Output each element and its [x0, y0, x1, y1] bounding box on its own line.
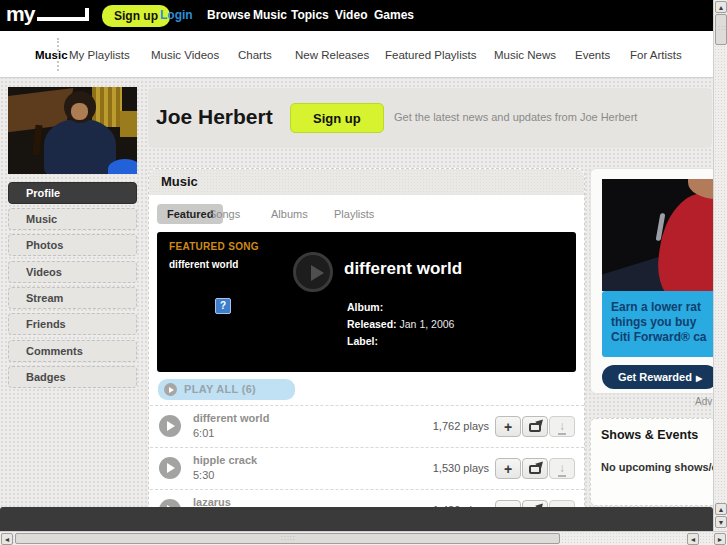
released-meta: Released: Jan 1, 2006: [347, 318, 454, 330]
song-duration: 5:30: [193, 469, 214, 481]
song-play-button[interactable]: [159, 457, 181, 479]
ad-line-2: things you buy: [611, 315, 727, 330]
photo-table-leg-shape: [32, 125, 42, 156]
sidebar-item-music[interactable]: Music: [8, 208, 137, 230]
tab-albums[interactable]: Albums: [271, 204, 308, 224]
music-section-title: Music: [161, 169, 584, 195]
subnav-music-videos[interactable]: Music Videos: [151, 49, 219, 61]
play-triangle-icon: [167, 463, 175, 473]
share-song-button[interactable]: [522, 416, 548, 437]
subnav-new-releases[interactable]: New Releases: [295, 49, 369, 61]
sidebar-item-photos[interactable]: Photos: [8, 234, 137, 256]
scroll-right-button[interactable]: ►: [714, 533, 726, 545]
song-play-button[interactable]: [159, 415, 181, 437]
subnav-music-news[interactable]: Music News: [494, 49, 556, 61]
ad-line-3: Citi Forward® ca: [611, 330, 727, 345]
add-song-button[interactable]: +: [495, 416, 521, 437]
ad-line-1: Earn a lower rat: [611, 300, 727, 315]
play-all-label: PLAY ALL (6): [184, 383, 256, 395]
song-title[interactable]: hipple crack: [193, 454, 257, 466]
sidebar-item-comments[interactable]: Comments: [8, 340, 137, 362]
subnav-divider: [57, 38, 59, 71]
login-link[interactable]: Login: [160, 0, 193, 31]
download-icon: ↓: [558, 462, 566, 477]
photo-blue-object-shape: [108, 159, 137, 174]
sidebar-item-stream[interactable]: Stream: [8, 287, 137, 309]
music-section: Music Featured Songs Albums Playlists FE…: [148, 168, 585, 545]
get-rewarded-button[interactable]: Get Rewarded▶: [602, 365, 718, 389]
scroll-down-button[interactable]: ▼: [715, 516, 727, 528]
play-all-button[interactable]: PLAY ALL (6): [158, 379, 295, 400]
subnav-charts[interactable]: Charts: [238, 49, 272, 61]
subnav-music[interactable]: Music: [35, 49, 68, 61]
download-icon: ↓: [558, 420, 566, 435]
myspace-logo[interactable]: my: [6, 2, 89, 26]
topnav-music[interactable]: Music: [253, 0, 287, 31]
horizontal-scrollbar[interactable]: ◄ ::::: ◄ ►: [0, 531, 727, 545]
sidebar-item-profile[interactable]: Profile: [8, 182, 137, 204]
released-label: Released:: [347, 318, 397, 330]
sidebar-item-videos[interactable]: Videos: [8, 261, 137, 283]
song-row: hipple crack 5:30 1,530 plays + ↓: [150, 447, 584, 489]
music-player-bar[interactable]: [0, 507, 713, 531]
scroll-up-button[interactable]: ▲: [715, 1, 727, 13]
advertisement-label: Adv: [695, 396, 712, 407]
topnav-topics[interactable]: Topics: [291, 0, 329, 31]
logo-underline-icon: [37, 8, 89, 21]
myspace-music-page: my Sign up Login Browse Music Topics Vid…: [0, 0, 727, 545]
share-song-button[interactable]: [522, 458, 548, 479]
label-label: Label:: [347, 335, 378, 347]
shows-events-card: Shows & Events No upcoming shows/e: [590, 418, 727, 506]
subnav-for-artists[interactable]: For Artists: [630, 49, 682, 61]
song-title[interactable]: different world: [193, 412, 269, 424]
subnav-my-playlists[interactable]: My Playlists: [69, 49, 130, 61]
top-navbar: my Sign up Login Browse Music Topics Vid…: [0, 0, 727, 31]
scroll-up-button-bottom[interactable]: ▲: [715, 503, 727, 515]
tab-songs[interactable]: Songs: [209, 204, 240, 224]
ad-image[interactable]: [602, 179, 727, 291]
song-duration: 6:01: [193, 427, 214, 439]
tab-playlists[interactable]: Playlists: [334, 204, 374, 224]
download-song-button[interactable]: ↓: [549, 416, 575, 437]
profile-tagline: Get the latest news and updates from Joe…: [394, 88, 637, 146]
label-meta: Label:: [347, 335, 378, 347]
add-song-button[interactable]: +: [495, 458, 521, 479]
song-play-count: 1,530 plays: [433, 462, 489, 474]
photo-face-shape: [71, 103, 88, 120]
photo-person-shape: [44, 119, 116, 174]
featured-song-kicker: FEATURED SONG: [169, 241, 259, 252]
header-signup-button[interactable]: Sign up: [290, 103, 384, 133]
horizontal-scroll-thumb[interactable]: :::::: [15, 533, 560, 544]
scroll-left-button-right[interactable]: ◄: [687, 533, 699, 545]
topnav-video[interactable]: Video: [335, 0, 367, 31]
photo-chair2-shape: [120, 111, 137, 137]
missing-artwork-icon: ?: [215, 298, 231, 314]
logo-text: my: [6, 2, 34, 25]
profile-header: Joe Herbert Sign up Get the latest news …: [148, 88, 712, 148]
vertical-scrollbar[interactable]: ▲ :::: ▲ ▼: [713, 0, 727, 531]
scroll-left-button[interactable]: ◄: [1, 533, 13, 545]
subnav-featured-playlists[interactable]: Featured Playlists: [385, 49, 476, 61]
song-play-count: 1,762 plays: [433, 420, 489, 432]
download-song-button[interactable]: ↓: [549, 458, 575, 479]
play-triangle-icon: [167, 421, 175, 431]
topnav-games[interactable]: Games: [374, 0, 414, 31]
subnav-events[interactable]: Events: [575, 49, 610, 61]
sidebar-item-friends[interactable]: Friends: [8, 313, 137, 335]
play-all-icon: [164, 383, 177, 396]
song-row: different world 6:01 1,762 plays + ↓: [150, 405, 584, 447]
chevron-right-icon: ▶: [696, 374, 702, 383]
album-meta: Album:: [347, 301, 383, 313]
ad-text-panel: Earn a lower rat things you buy Citi For…: [602, 291, 727, 357]
music-section-header: Music: [149, 169, 584, 195]
featured-song-title: different world: [344, 259, 462, 279]
vertical-scroll-thumb[interactable]: ::::: [715, 14, 727, 45]
sidebar-item-badges[interactable]: Badges: [8, 366, 137, 388]
page-title: Joe Herbert: [156, 88, 273, 146]
advertisement-card: Earn a lower rat things you buy Citi For…: [590, 168, 727, 394]
topnav-browse[interactable]: Browse: [207, 0, 250, 31]
shows-events-empty-text: No upcoming shows/e: [601, 461, 718, 473]
photo-head-shape: [64, 91, 96, 123]
featured-play-button[interactable]: [293, 252, 333, 292]
album-label: Album:: [347, 301, 383, 313]
